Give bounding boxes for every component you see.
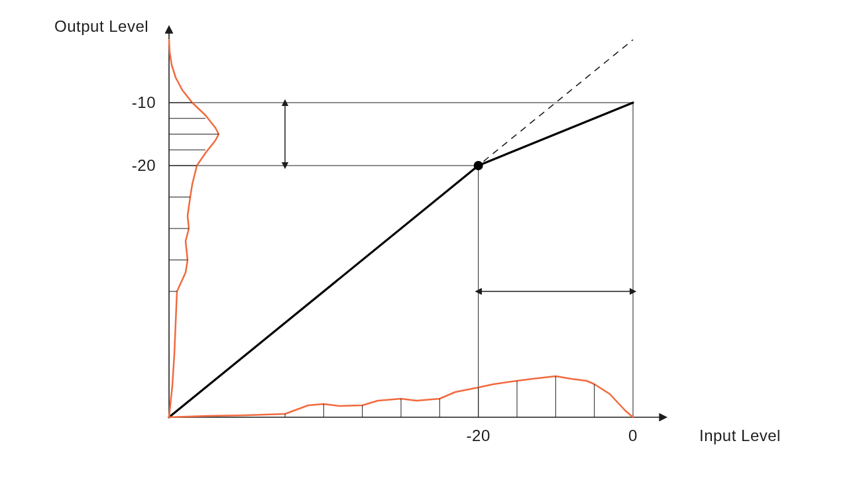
x-tick-label: 0 (628, 427, 638, 444)
knee-point (474, 161, 483, 170)
x-axis-label: Input Level (699, 427, 781, 444)
compression-curve (169, 103, 633, 417)
x-tick-label: -20 (467, 427, 490, 444)
y-tick-label: -10 (132, 93, 156, 111)
compressor-transfer-diagram: -200-10-20 Output Level Input Level (0, 0, 863, 504)
y-tick-label: -20 (132, 156, 156, 174)
y-axis-label: Output Level (54, 17, 148, 35)
